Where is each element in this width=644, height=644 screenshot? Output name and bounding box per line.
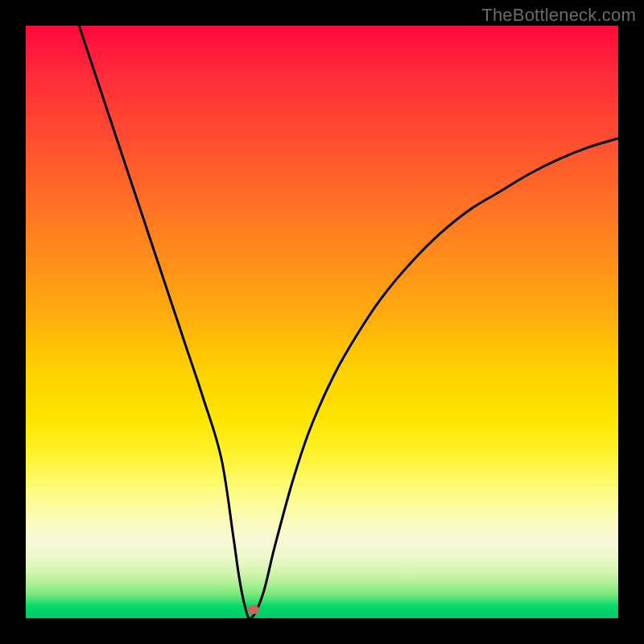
watermark-text: TheBottleneck.com	[481, 5, 636, 26]
plot-area	[26, 26, 618, 618]
chart-frame: TheBottleneck.com	[0, 0, 644, 644]
optimum-marker	[248, 605, 259, 614]
curve-svg	[26, 26, 618, 618]
bottleneck-curve-path	[79, 26, 618, 619]
